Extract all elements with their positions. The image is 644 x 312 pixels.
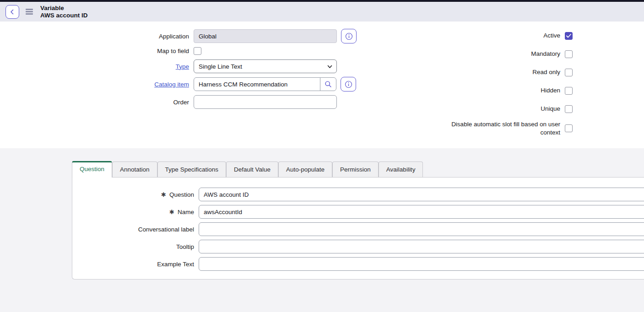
record-type-label: Variable — [40, 5, 88, 12]
application-field[interactable] — [194, 29, 337, 43]
conversational-label-label: Conversational label — [72, 226, 199, 233]
unique-label: Unique — [541, 105, 560, 113]
form-right-column: Active Mandatory Read only Hidden Unique — [366, 29, 644, 148]
tab-type-specifications[interactable]: Type Specifications — [157, 161, 226, 177]
order-row: Order — [0, 95, 366, 109]
conversational-label-row: Conversational label — [72, 222, 644, 236]
question-field[interactable] — [199, 188, 644, 201]
page-title: Variable AWS account ID — [40, 5, 88, 19]
hidden-label: Hidden — [541, 86, 560, 95]
type-row: Type Single Line Text — [0, 59, 366, 73]
catalog-item-info-button[interactable] — [341, 77, 356, 91]
map-to-field-row: Map to field — [0, 47, 366, 55]
catalog-item-label-link[interactable]: Catalog item — [0, 81, 194, 88]
variable-form: Application Map to field Type Single Lin… — [0, 22, 644, 148]
record-title-label: AWS account ID — [40, 12, 88, 19]
unique-row: Unique — [366, 102, 573, 116]
catalog-item-lookup-button[interactable] — [320, 77, 336, 91]
tab-question[interactable]: Question — [72, 161, 112, 178]
tab-annotation[interactable]: Annotation — [112, 161, 157, 177]
back-button[interactable] — [5, 5, 19, 19]
name-row: ✱ Name — [72, 205, 644, 219]
map-to-field-checkbox[interactable] — [194, 47, 201, 55]
tab-auto-populate[interactable]: Auto-populate — [278, 161, 332, 177]
catalog-item-field[interactable] — [194, 77, 320, 91]
disable-slot-fill-checkbox[interactable] — [565, 124, 573, 132]
form-context-menu-icon[interactable] — [26, 9, 33, 15]
required-icon: ✱ — [161, 191, 166, 198]
info-icon — [345, 32, 353, 40]
application-info-button[interactable] — [341, 29, 357, 43]
read-only-row: Read only — [366, 65, 573, 79]
read-only-label: Read only — [532, 68, 560, 76]
form-left-column: Application Map to field Type Single Lin… — [0, 29, 366, 148]
type-select-wrap: Single Line Text — [194, 59, 337, 73]
tab-availability[interactable]: Availability — [379, 161, 423, 177]
hidden-checkbox[interactable] — [565, 87, 573, 95]
question-label: ✱ Question — [72, 191, 199, 198]
conversational-label-field[interactable] — [199, 222, 644, 236]
hidden-row: Hidden — [366, 84, 573, 97]
map-to-field-label: Map to field — [0, 48, 194, 54]
tooltip-row: Tooltip — [72, 240, 644, 253]
application-row: Application — [0, 29, 366, 43]
chevron-left-icon — [10, 9, 15, 15]
tooltip-field[interactable] — [199, 240, 644, 253]
name-field[interactable] — [199, 205, 644, 219]
tab-default-value[interactable]: Default Value — [226, 161, 278, 177]
search-icon — [325, 81, 332, 88]
example-text-label: Example Text — [72, 261, 199, 268]
tooltip-label: Tooltip — [72, 243, 199, 250]
required-icon: ✱ — [169, 209, 174, 215]
read-only-checkbox[interactable] — [565, 69, 573, 76]
mandatory-label: Mandatory — [531, 50, 560, 58]
tab-strip: Question Annotation Type Specifications … — [72, 161, 644, 177]
mandatory-row: Mandatory — [366, 47, 573, 61]
question-tab-panel: ✱ Question ✱ Name Conversational label T… — [72, 177, 644, 280]
unique-checkbox[interactable] — [565, 105, 573, 113]
mandatory-checkbox[interactable] — [565, 50, 573, 58]
example-text-row: Example Text — [72, 257, 644, 271]
disable-slot-fill-row: Disable automatic slot fill based on use… — [366, 120, 573, 136]
application-label: Application — [0, 33, 194, 40]
type-label-link[interactable]: Type — [0, 63, 194, 70]
related-tabs-section: Question Annotation Type Specifications … — [0, 148, 644, 312]
tab-permission[interactable]: Permission — [332, 161, 379, 177]
active-checkbox[interactable] — [565, 32, 573, 40]
app-header: Variable AWS account ID — [0, 2, 644, 22]
order-label: Order — [0, 99, 194, 106]
type-select[interactable]: Single Line Text — [194, 59, 337, 73]
active-label: Active — [543, 32, 560, 40]
info-icon — [345, 81, 352, 88]
name-label: ✱ Name — [72, 209, 199, 215]
question-row: ✱ Question — [72, 188, 644, 201]
active-row: Active — [366, 29, 573, 43]
catalog-item-row: Catalog item — [0, 77, 366, 91]
order-field[interactable] — [194, 95, 337, 109]
example-text-field[interactable] — [199, 257, 644, 271]
disable-slot-fill-label: Disable automatic slot fill based on use… — [448, 120, 560, 136]
